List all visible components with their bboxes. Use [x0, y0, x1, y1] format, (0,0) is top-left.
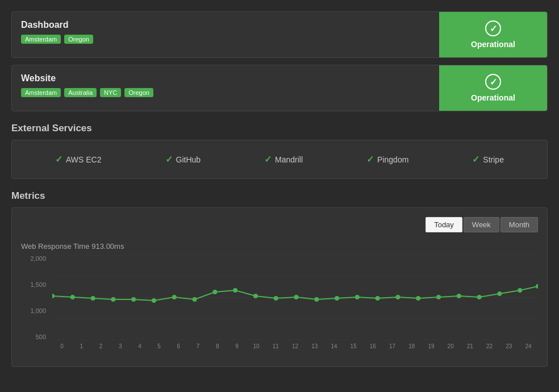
services-container: Dashboard Amsterdam Oregon Operational W… [11, 11, 548, 111]
ext-label-stripe: Stripe [483, 155, 504, 164]
y-label-2000: 2,000 [30, 255, 46, 262]
chart-svg [52, 255, 538, 340]
svg-point-19 [335, 296, 339, 301]
svg-point-20 [355, 295, 360, 299]
x-axis: 0 1 2 3 4 5 6 7 8 9 10 11 12 13 14 15 16… [52, 343, 538, 357]
svg-point-26 [477, 295, 482, 299]
svg-point-29 [536, 284, 538, 289]
tag-oregon2: Oregon [124, 88, 153, 97]
time-btn-today[interactable]: Today [425, 217, 462, 232]
ext-label-github: GitHub [176, 155, 201, 164]
chart-title: Web Response Time 913.00ms [21, 241, 538, 251]
y-axis: 2,000 1,500 1,000 500 [21, 255, 49, 340]
tag-amsterdam: Amsterdam [21, 35, 61, 44]
ext-label-mandrill: Mandrill [275, 155, 303, 164]
check-awsec2: ✓ [55, 154, 62, 165]
ext-service-pingdom: ✓ Pingdom [366, 154, 408, 165]
website-service-info: Website Amsterdam Australia NYC Oregon [12, 65, 439, 111]
svg-point-8 [111, 297, 115, 302]
x-label-12: 12 [285, 343, 304, 357]
svg-point-15 [253, 294, 258, 298]
svg-point-12 [193, 297, 197, 302]
x-label-15: 15 [344, 343, 363, 357]
x-label-9: 9 [227, 343, 247, 357]
svg-point-17 [294, 295, 299, 299]
x-label-20: 20 [441, 343, 460, 357]
chart-area: 2,000 1,500 1,000 500 [21, 255, 538, 357]
x-label-22: 22 [479, 343, 499, 357]
metrics-time-controls: Today Week Month [21, 217, 538, 232]
website-service-row: Website Amsterdam Australia NYC Oregon O… [11, 65, 548, 111]
svg-point-9 [131, 297, 136, 302]
dashboard-tags: Amsterdam Oregon [21, 35, 430, 44]
x-label-14: 14 [324, 343, 344, 357]
x-label-8: 8 [208, 343, 227, 357]
svg-point-23 [416, 296, 420, 301]
svg-point-11 [172, 295, 177, 299]
time-btn-month[interactable]: Month [500, 217, 538, 232]
svg-point-21 [376, 296, 380, 301]
x-label-16: 16 [363, 343, 382, 357]
x-label-19: 19 [422, 343, 441, 357]
svg-point-7 [91, 296, 95, 301]
chart-plot [52, 255, 538, 340]
metrics-box: Today Week Month Web Response Time 913.0… [11, 207, 548, 367]
website-tags: Amsterdam Australia NYC Oregon [21, 88, 430, 97]
website-status-label: Operational [471, 93, 515, 102]
website-status-badge: Operational [439, 65, 547, 111]
svg-point-16 [274, 296, 278, 301]
svg-point-28 [518, 288, 522, 293]
dashboard-status-badge: Operational [439, 12, 547, 57]
tag-amsterdam2: Amsterdam [21, 88, 61, 97]
svg-point-14 [233, 288, 237, 293]
svg-point-22 [395, 295, 400, 299]
check-stripe: ✓ [472, 154, 479, 165]
svg-point-24 [436, 295, 441, 299]
dashboard-check-icon [485, 20, 501, 36]
ext-service-awsec2: ✓ AWS EC2 [55, 154, 102, 165]
svg-point-25 [457, 294, 461, 298]
x-label-0: 0 [52, 343, 72, 357]
ext-label-awsec2: AWS EC2 [66, 155, 102, 164]
x-label-10: 10 [247, 343, 266, 357]
dashboard-service-name: Dashboard [21, 20, 430, 30]
external-services-title: External Services [11, 123, 548, 134]
svg-point-18 [314, 297, 319, 302]
y-label-500: 500 [36, 333, 46, 340]
x-label-24: 24 [519, 343, 538, 357]
x-label-2: 2 [91, 343, 110, 357]
x-label-21: 21 [460, 343, 479, 357]
website-check-icon [485, 74, 501, 90]
dashboard-service-row: Dashboard Amsterdam Oregon Operational [11, 11, 548, 58]
x-label-1: 1 [72, 343, 91, 357]
x-label-7: 7 [188, 343, 207, 357]
time-btn-week[interactable]: Week [464, 217, 499, 232]
svg-point-27 [497, 291, 502, 296]
tag-oregon: Oregon [64, 35, 93, 44]
chart-value: 913.00ms [91, 242, 124, 251]
check-mandrill: ✓ [264, 154, 272, 165]
y-label-1000: 1,000 [30, 307, 46, 314]
tag-australia: Australia [64, 88, 97, 97]
x-label-4: 4 [130, 343, 149, 357]
tag-nyc: NYC [100, 88, 121, 97]
y-label-1500: 1,500 [30, 281, 46, 288]
x-label-3: 3 [111, 343, 130, 357]
dashboard-service-info: Dashboard Amsterdam Oregon [12, 12, 439, 57]
ext-label-pingdom: Pingdom [377, 155, 408, 164]
dashboard-status-label: Operational [471, 40, 515, 49]
svg-point-6 [70, 295, 75, 299]
svg-point-10 [152, 298, 156, 303]
x-label-13: 13 [305, 343, 324, 357]
x-label-5: 5 [149, 343, 169, 357]
x-label-6: 6 [169, 343, 188, 357]
check-github: ✓ [165, 154, 173, 165]
website-service-name: Website [21, 73, 430, 84]
ext-service-mandrill: ✓ Mandrill [264, 154, 303, 165]
external-services-box: ✓ AWS EC2 ✓ GitHub ✓ Mandrill ✓ Pingdom … [11, 140, 548, 179]
metrics-title: Metrics [11, 190, 548, 202]
x-label-18: 18 [402, 343, 422, 357]
ext-service-github: ✓ GitHub [165, 154, 201, 165]
check-pingdom: ✓ [366, 154, 374, 165]
x-label-17: 17 [382, 343, 402, 357]
